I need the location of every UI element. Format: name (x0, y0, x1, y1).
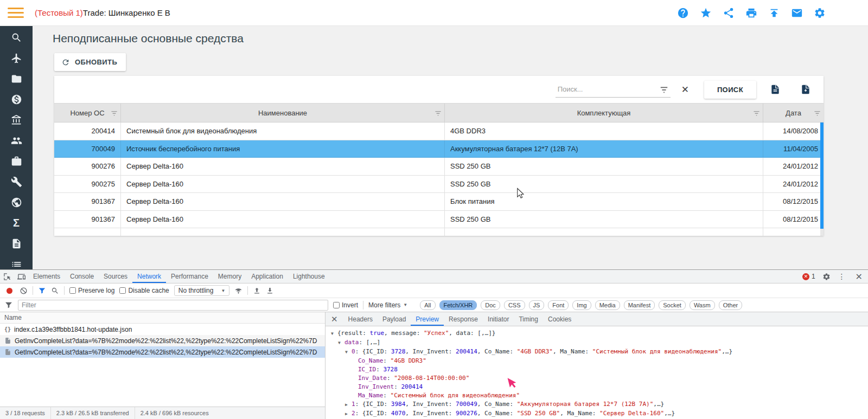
column-filter-icon[interactable] (111, 109, 118, 117)
column-header-number[interactable]: Номер ОС (54, 104, 121, 122)
sidebar-item-people[interactable] (0, 130, 33, 151)
table-row[interactable]: 901367 Сервер Delta-160 SSD 250 GB 08/12… (54, 211, 824, 229)
more-filters-button[interactable]: More filters ▼ (368, 301, 407, 309)
share-icon[interactable] (723, 7, 735, 19)
mail-icon[interactable] (791, 7, 803, 19)
star-icon[interactable] (700, 7, 712, 19)
json-item-1-line[interactable]: ▶1: {IC_ID: 3984, Inv_Invent: 700049, Co… (331, 400, 868, 409)
column-header-name[interactable]: Наименование (121, 104, 445, 122)
devtools-tab-console[interactable]: Console (65, 270, 99, 283)
detail-tab-preview[interactable]: Preview (411, 312, 444, 326)
column-filter-icon[interactable] (435, 109, 442, 117)
sidebar-item-documents[interactable] (0, 233, 33, 254)
filter-type-fetch-xhr[interactable]: Fetch/XHR (439, 300, 477, 310)
devtools-settings-icon[interactable] (820, 270, 834, 283)
filter-type-css[interactable]: CSS (504, 300, 525, 310)
devtools-tab-memory[interactable]: Memory (213, 270, 246, 283)
json-data-line[interactable]: ▼data: [,…] (331, 338, 868, 347)
sidebar-item-search[interactable] (0, 27, 33, 48)
filter-type-other[interactable]: Other (719, 300, 743, 310)
filter-funnel-icon[interactable] (38, 287, 46, 295)
invert-input[interactable] (333, 302, 340, 308)
devtools-tab-application[interactable]: Application (246, 270, 288, 283)
devtools-tab-performance[interactable]: Performance (166, 270, 213, 283)
export-har-icon[interactable] (266, 287, 274, 295)
sidebar-item-lists[interactable] (0, 254, 33, 269)
upload-icon[interactable] (768, 7, 780, 19)
filter-type-js[interactable]: JS (529, 300, 545, 310)
detail-tab-cookies[interactable]: Cookies (543, 312, 576, 326)
table-row[interactable]: 900276 Сервер Delta-160 SSD 250 GB 24/01… (54, 158, 824, 176)
preserve-log-checkbox[interactable]: Preserve log (69, 287, 114, 294)
network-conditions-icon[interactable] (234, 287, 242, 295)
sidebar-item-folder[interactable] (0, 68, 33, 89)
inspect-element-icon[interactable] (0, 270, 14, 283)
collapsed-arrow-icon[interactable]: ▶ (345, 410, 352, 418)
detail-tab-headers[interactable]: Headers (343, 312, 378, 326)
print-icon[interactable] (745, 7, 757, 19)
preserve-log-input[interactable] (69, 287, 76, 294)
filter-type-media[interactable]: Media (595, 300, 620, 310)
clear-search-icon[interactable]: ✕ (681, 85, 689, 94)
filter-list-icon[interactable] (660, 85, 668, 94)
column-header-part[interactable]: Комплектующая (445, 104, 763, 122)
record-icon[interactable] (7, 288, 12, 294)
detail-tab-initiator[interactable]: Initiator (483, 312, 514, 326)
import-har-icon[interactable] (253, 287, 261, 295)
network-filter-input[interactable] (18, 300, 328, 311)
devtools-tab-elements[interactable]: Elements (28, 270, 65, 283)
json-item-0-line[interactable]: ▼0: {IC_ID: 3728, Inv_Invent: 200414, Co… (331, 347, 868, 357)
requests-name-header[interactable]: Name (0, 312, 325, 324)
table-row[interactable]: 901367 Сервер Delta-160 Блок питания 08/… (54, 193, 824, 211)
table-row[interactable]: 900275 Сервер Delta-160 SSD 250 GB 24/01… (54, 176, 824, 194)
menu-icon[interactable] (8, 8, 24, 18)
filter-type-font[interactable]: Font (548, 300, 569, 310)
request-row[interactable]: {} index.c1a39e3ffbbb1841.hot-update.jso… (0, 324, 325, 335)
throttling-select[interactable]: No throttling ▼ (174, 285, 230, 296)
device-toolbar-icon[interactable] (14, 270, 28, 283)
close-detail-icon[interactable]: ✕ (326, 314, 343, 324)
network-search-icon[interactable] (51, 287, 59, 295)
devtools-tab-lighthouse[interactable]: Lighthouse (288, 270, 330, 283)
devtools-menu-icon[interactable]: ⋮ (834, 272, 850, 281)
filter-type-wasm[interactable]: Wasm (690, 300, 715, 310)
refresh-button[interactable]: ОБНОВИТЬ (54, 53, 126, 71)
export-file-button[interactable] (794, 80, 817, 99)
table-row[interactable]: 200414 Системный блок для видеонаблюдени… (54, 123, 824, 140)
column-filter-icon[interactable] (753, 109, 760, 117)
settings-gear-icon[interactable] (814, 7, 826, 19)
sidebar-item-web[interactable] (0, 192, 33, 212)
filter-type-manifest[interactable]: Manifest (624, 300, 655, 310)
detail-tab-timing[interactable]: Timing (514, 312, 543, 326)
invert-checkbox[interactable]: Invert (333, 301, 358, 309)
filter-type-img[interactable]: Img (572, 300, 591, 310)
detail-tab-payload[interactable]: Payload (378, 312, 411, 326)
expand-arrow-icon[interactable]: ▼ (338, 339, 344, 347)
sidebar-item-flight[interactable] (0, 48, 33, 68)
search-button[interactable]: ПОИСК (704, 81, 756, 99)
sidebar-item-library[interactable] (0, 109, 33, 130)
collapsed-arrow-icon[interactable]: ▶ (345, 401, 352, 409)
column-header-date[interactable]: Дата (763, 104, 824, 122)
sidebar-item-work[interactable] (0, 151, 33, 171)
request-row-selected[interactable]: GetInvCompleteList?data=%7B%22mode%22:%2… (0, 346, 325, 358)
request-row[interactable]: GetInvCompleteList?data=%7B%22mode%22:%2… (0, 335, 325, 346)
clear-network-icon[interactable] (20, 287, 28, 295)
export-xlsx-button[interactable] (764, 80, 787, 99)
help-icon[interactable] (677, 7, 689, 19)
filter-type-socket[interactable]: Socket (659, 300, 686, 310)
detail-tab-response[interactable]: Response (444, 312, 483, 326)
disable-cache-checkbox[interactable]: Disable cache (119, 287, 169, 294)
devtools-tab-network[interactable]: Network (132, 270, 166, 283)
filter-type-doc[interactable]: Doc (481, 300, 500, 310)
devtools-tab-sources[interactable]: Sources (99, 270, 132, 283)
table-row-partial[interactable] (54, 228, 824, 236)
expand-arrow-icon[interactable]: ▼ (331, 330, 337, 338)
error-counter[interactable]: ✕ 1 (802, 273, 815, 280)
disable-cache-input[interactable] (119, 287, 126, 294)
json-item-2-line[interactable]: ▶2: {IC_ID: 4070, Inv_Invent: 900276, Co… (331, 409, 868, 418)
json-root-line[interactable]: ▼{result: true, message: "Успех", data: … (331, 329, 868, 338)
table-row-selected[interactable]: 700049 Источник бесперебойного питания А… (54, 140, 824, 158)
devtools-close-icon[interactable]: ✕ (850, 272, 868, 282)
expand-arrow-icon[interactable]: ▼ (345, 348, 352, 357)
